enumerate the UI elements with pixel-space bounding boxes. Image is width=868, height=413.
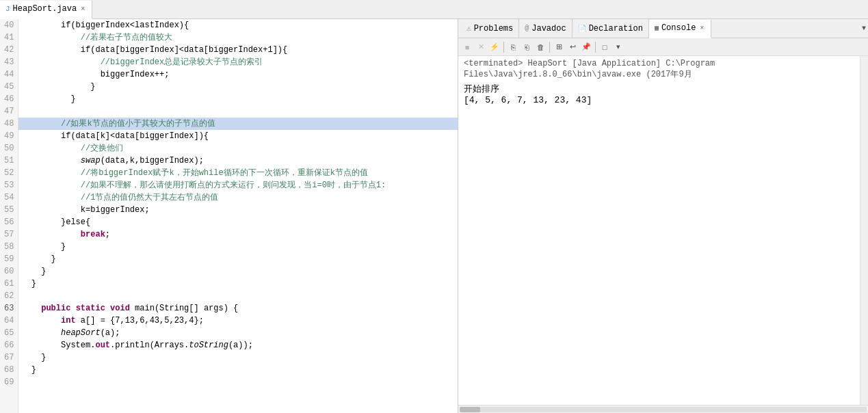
code-line: //交换他们 [18, 142, 458, 155]
tab-declaration[interactable]: 📄 Declaration [573, 19, 649, 38]
code-line: //biggerIndex总是记录较大子节点的索引 [18, 56, 458, 68]
console-label: Console [661, 23, 696, 33]
code-line: } [18, 241, 458, 253]
toolbar-sep2 [549, 42, 550, 53]
code-line: } [18, 253, 458, 265]
code-panel: 4041424344454647484950515253545556575859… [0, 19, 458, 413]
tab-file-icon: J [5, 5, 10, 13]
console-output-line2: [4, 5, 6, 7, 13, 23, 43] [464, 95, 854, 105]
tab-console[interactable]: ▦ Console × [649, 20, 711, 38]
code-line: //将biggerIndex赋予k，开始while循环的下一次循环，重新保证k节… [18, 167, 458, 179]
code-line: biggerIndex++; [18, 68, 458, 81]
code-line: } [18, 351, 458, 364]
code-line: } [18, 278, 458, 290]
problems-icon: ⚠ [466, 24, 471, 33]
console-scrollbar-v[interactable] [860, 56, 868, 405]
tab-problems[interactable]: ⚠ Problems [461, 19, 519, 38]
editor-tab-close[interactable]: × [79, 5, 86, 14]
code-line: } [18, 364, 458, 376]
code-line: if(data[biggerIndex]<data[biggerIndex+1]… [18, 44, 458, 56]
tab-javadoc[interactable]: @ Javadoc [519, 19, 572, 38]
toolbar-sep3 [595, 42, 596, 53]
scrollbar-track [460, 407, 867, 412]
editor-tab-label: HeapSort.java [13, 4, 77, 14]
code-line: if(biggerIndex<lastIndex){ [18, 19, 458, 31]
code-line: } [18, 81, 458, 93]
console-output[interactable]: <terminated> HeapSort [Java Application]… [458, 56, 860, 405]
scrollbar-thumb[interactable] [460, 407, 480, 412]
word-wrap-btn[interactable]: ↩ [566, 41, 579, 53]
view-menu-btn[interactable]: ▾ [612, 41, 624, 53]
open-console-btn[interactable]: □ [599, 41, 611, 53]
right-panel: ⚠ Problems @ Javadoc 📄 Declaration ▦ Con… [458, 19, 868, 413]
code-line: public static void main(String[] args) { [18, 302, 458, 315]
right-panel-menu[interactable]: ▼ [860, 25, 868, 32]
console-icon: ▦ [655, 24, 659, 32]
code-line [18, 376, 458, 388]
code-line: System.out.println(Arrays.toString(a)); [18, 339, 458, 351]
paste-btn[interactable]: ⎗ [521, 41, 533, 53]
clear-btn[interactable]: 🗑 [534, 41, 547, 53]
code-line: }else{ [18, 216, 458, 228]
code-line [18, 105, 458, 118]
code-line: break; [18, 228, 458, 241]
relaunch-btn[interactable]: ⚡ [488, 41, 501, 53]
remove-btn[interactable]: ✕ [475, 41, 487, 53]
console-terminated-line: <terminated> HeapSort [Java Application]… [464, 59, 854, 80]
main-layout: 4041424344454647484950515253545556575859… [0, 19, 868, 413]
javadoc-icon: @ [525, 25, 529, 32]
code-content[interactable]: 4041424344454647484950515253545556575859… [0, 19, 458, 413]
code-line: int a[] = {7,13,6,43,5,23,4}; [18, 315, 458, 327]
right-tab-bar: ⚠ Problems @ Javadoc 📄 Declaration ▦ Con… [458, 19, 868, 38]
code-line: heapSort(a); [18, 327, 458, 339]
code-lines: if(biggerIndex<lastIndex){ //若果右子节点的值较大 … [18, 19, 458, 413]
scroll-lock-btn[interactable]: ⊞ [553, 41, 565, 53]
console-toolbar: ■ ✕ ⚡ ⎘ ⎗ 🗑 ⊞ ↩ 📌 □ ▾ [458, 38, 868, 56]
code-line: //1节点的值仍然大于其左右节点的值 [18, 191, 458, 204]
pin-btn[interactable]: 📌 [580, 41, 592, 53]
console-tab-close[interactable]: × [698, 24, 705, 33]
code-line: } [18, 265, 458, 278]
declaration-icon: 📄 [578, 25, 586, 33]
code-line: if(data[k]<data[biggerIndex]){ [18, 130, 458, 142]
code-line: k=biggerIndex; [18, 204, 458, 216]
declaration-label: Declaration [589, 24, 643, 34]
code-line: } [18, 93, 458, 105]
problems-label: Problems [474, 24, 514, 34]
line-numbers: 4041424344454647484950515253545556575859… [0, 19, 18, 413]
code-line: //如果不理解，那么请使用打断点的方式来运行，则问发现，当i=0时，由于节点1: [18, 179, 458, 191]
console-scrollbar-h[interactable] [458, 405, 868, 413]
console-output-line1: 开始排序 [464, 83, 854, 95]
terminate-btn[interactable]: ■ [461, 41, 473, 53]
toolbar-sep1 [503, 42, 504, 53]
javadoc-label: Javadoc [531, 24, 566, 34]
console-body: <terminated> HeapSort [Java Application]… [458, 56, 868, 405]
copy-btn[interactable]: ⎘ [507, 41, 519, 53]
editor-tab-heapsort[interactable]: J HeapSort.java × [0, 1, 92, 19]
code-line: //如果k节点的值小于其较大的子节点的值 [18, 118, 458, 130]
editor-tab-bar: J HeapSort.java × [0, 0, 868, 19]
code-line [18, 290, 458, 302]
code-line: swap(data,k,biggerIndex); [18, 155, 458, 167]
code-line: //若果右子节点的值较大 [18, 31, 458, 44]
